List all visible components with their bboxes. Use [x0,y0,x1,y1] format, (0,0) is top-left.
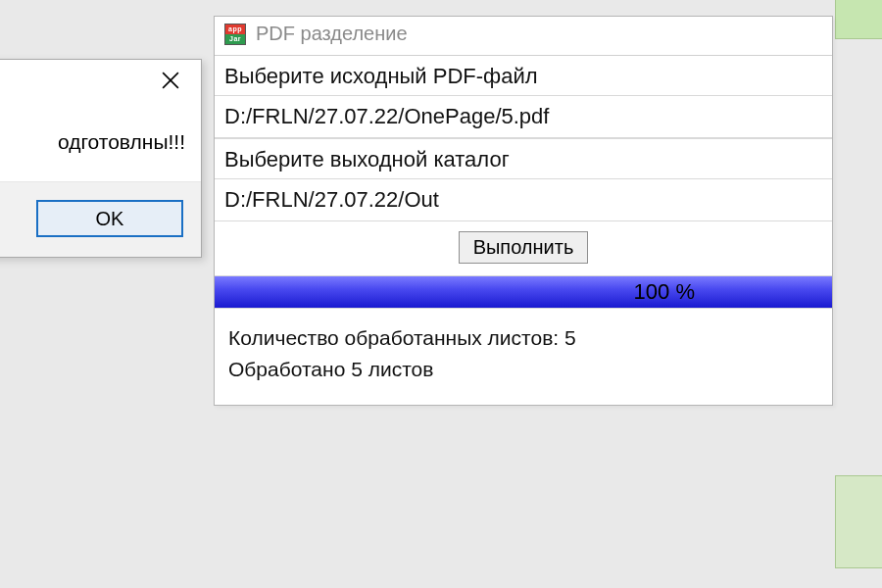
progress-text: 100 % [215,276,832,308]
pdf-split-window: app Jar PDF разделение Выберите исходный… [214,16,833,406]
output-dir-input[interactable]: D:/FRLN/27.07.22/Out [215,178,832,221]
source-file-label: Выберите исходный PDF-файл [215,55,832,95]
background-accent-top [835,0,882,39]
appjar-icon: app Jar [224,24,246,45]
dialog-titlebar[interactable]: в [0,60,201,105]
run-button[interactable]: Выполнить [459,231,589,264]
source-file-input[interactable]: D:/FRLN/27.07.22/OnePage/5.pdf [215,95,832,138]
titlebar[interactable]: app Jar PDF разделение [215,17,832,55]
dialog-message: одготовлны!!! [0,105,201,181]
status-done: Обработано 5 листов [228,358,818,381]
progress-bar: 100 % [215,275,832,309]
appjar-icon-bot-text: Jar [229,35,241,42]
background-accent-bottom [835,475,882,568]
output-dir-label: Выберите выходной каталог [215,138,832,178]
close-icon [162,72,179,89]
dialog-footer: OK [0,181,201,257]
status-count: Количество обработанных листов: 5 [228,326,818,350]
window-title: PDF разделение [256,23,408,45]
appjar-icon-top-text: app [228,25,242,32]
run-row: Выполнить [215,221,832,275]
status-block: Количество обработанных листов: 5 Обрабо… [215,309,832,405]
close-button[interactable] [150,66,191,95]
message-dialog: в одготовлны!!! OK [0,59,202,258]
ok-button[interactable]: OK [36,200,183,237]
